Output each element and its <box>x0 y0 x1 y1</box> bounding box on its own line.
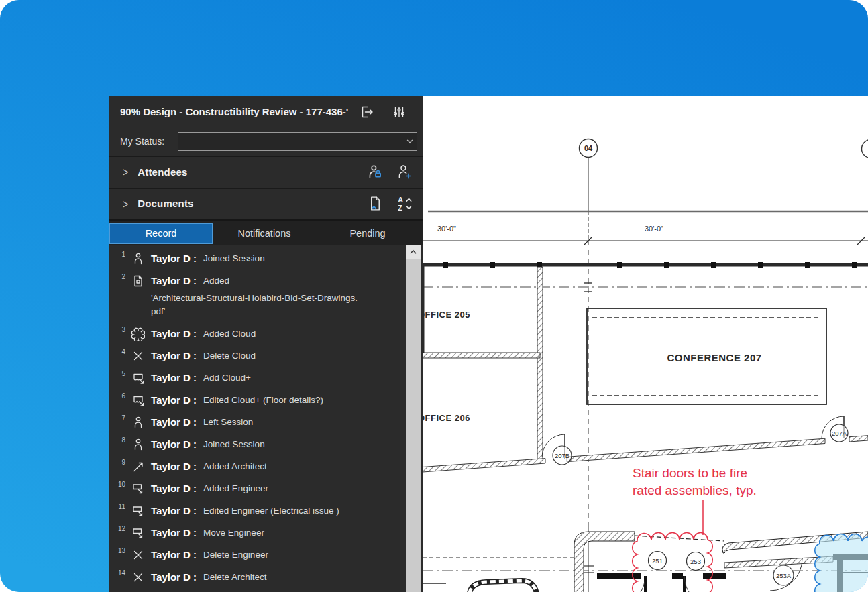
sort-documents-button[interactable]: A Z <box>396 195 413 213</box>
callout-icon <box>131 504 146 518</box>
tab-pending[interactable]: Pending <box>316 223 419 244</box>
leave-session-icon <box>359 104 375 120</box>
person-icon <box>131 437 146 452</box>
my-status-row: My Status: <box>109 127 423 156</box>
wall <box>574 532 635 592</box>
wall <box>849 436 868 442</box>
record-row[interactable]: 14 Taylor D : Delete Architect <box>109 566 423 588</box>
svg-text:Z: Z <box>398 204 402 212</box>
record-action: Left Session <box>203 417 253 427</box>
session-header: 90% Design - Constructibility Review - 1… <box>109 96 423 127</box>
record-user: Taylor D : <box>151 571 197 583</box>
record-user: Taylor D : <box>151 505 197 516</box>
arrow-icon <box>131 459 146 474</box>
my-status-dropdown[interactable] <box>178 132 417 151</box>
expand-chevron-icon[interactable]: > <box>123 165 128 179</box>
revision-cloud-blue[interactable] <box>815 534 868 592</box>
record-row[interactable]: 11 Taylor D : Edited Engineer (Electrica… <box>109 499 423 522</box>
record-number: 12 <box>113 522 125 532</box>
record-row[interactable]: 13 Taylor D : Delete Engineer <box>109 544 423 566</box>
documents-section-header[interactable]: > Documents A Z <box>109 188 423 218</box>
wall <box>423 263 868 267</box>
record-row[interactable]: 8 Taylor D : Joined Session <box>109 433 423 455</box>
document-upload-icon <box>367 195 384 212</box>
wall <box>423 353 540 358</box>
person-icon <box>131 415 146 430</box>
studio-session-panel: 90% Design - Constructibility Review - 1… <box>109 96 423 592</box>
record-number: 6 <box>113 389 125 400</box>
cloud-icon <box>131 327 146 341</box>
record-user: Taylor D : <box>151 461 197 472</box>
record-number: 4 <box>113 345 125 355</box>
documents-section-label: Documents <box>138 198 193 209</box>
record-row[interactable]: 12 Taylor D : Move Engineer <box>109 522 423 544</box>
record-number: 7 <box>113 411 125 422</box>
callout-icon <box>131 526 146 540</box>
invite-attendee-button[interactable] <box>396 163 413 180</box>
add-document-button[interactable] <box>366 195 384 213</box>
attendee-permissions-button[interactable] <box>366 163 384 180</box>
dimension-label-left: 30'-0" <box>437 225 456 233</box>
record-user: Taylor D : <box>151 275 197 286</box>
session-tab-bar: Record Notifications Pending <box>109 219 423 245</box>
record-action: Delete Engineer <box>203 550 268 560</box>
record-user: Taylor D : <box>151 416 197 428</box>
sort-az-icon: A Z <box>396 195 413 213</box>
record-list-scrollbar[interactable] <box>406 245 421 592</box>
leave-session-button[interactable] <box>358 103 376 121</box>
floor-plan-drawing[interactable]: 04 30'-0" 30'-0" <box>423 96 868 592</box>
wall <box>597 573 641 579</box>
record-action: Added Architect <box>203 461 267 471</box>
svg-text:253: 253 <box>690 558 701 565</box>
record-row[interactable]: 2 Taylor D : Added 'Architectural-Struct… <box>109 270 423 318</box>
record-user: Taylor D : <box>151 549 197 560</box>
svg-text:A: A <box>398 196 403 204</box>
sliders-icon <box>392 105 406 119</box>
svg-text:253A: 253A <box>776 572 792 579</box>
record-user: Taylor D : <box>151 350 197 361</box>
svg-text:207B: 207B <box>555 452 569 459</box>
expand-chevron-icon[interactable]: > <box>123 196 128 211</box>
record-number: 10 <box>113 477 125 488</box>
record-row[interactable]: 3 Taylor D : Added Cloud <box>109 322 423 345</box>
record-number: 13 <box>113 544 125 554</box>
tab-record[interactable]: Record <box>109 223 213 244</box>
record-row[interactable]: 9 Taylor D : Added Architect <box>109 455 423 477</box>
record-row[interactable]: 10 Taylor D : Added Engineer <box>109 477 423 499</box>
record-user: Taylor D : <box>151 328 197 339</box>
room-label-office-205: OFFICE 205 <box>423 310 470 320</box>
record-row[interactable]: 4 Taylor D : Delete Cloud <box>109 345 423 367</box>
record-action: Added <box>203 276 229 286</box>
record-user: Taylor D : <box>151 527 197 538</box>
record-number: 3 <box>113 322 125 333</box>
record-row[interactable]: 15 Taylor D : Added 'Chicago Office Yard… <box>109 588 423 592</box>
record-row[interactable]: 6 Taylor D : Edited Cloud+ (Floor detail… <box>109 389 423 411</box>
record-row[interactable]: 7 Taylor D : Left Session <box>109 411 423 433</box>
record-number: 9 <box>113 455 125 466</box>
tab-notifications[interactable]: Notifications <box>213 223 316 244</box>
delete-x-icon <box>131 349 146 363</box>
my-status-input[interactable] <box>178 133 402 150</box>
dimension-label-right: 30'-0" <box>645 225 663 233</box>
wall <box>567 438 825 462</box>
record-user: Taylor D : <box>151 483 197 494</box>
record-action: Joined Session <box>203 253 265 263</box>
record-number: 1 <box>113 247 125 258</box>
wall <box>423 459 545 472</box>
record-action: Add Cloud+ <box>203 373 251 383</box>
person-plus-icon <box>396 163 413 180</box>
record-action-wrapped: pdf' <box>151 305 387 318</box>
floor-plan-viewport[interactable]: 04 30'-0" 30'-0" <box>423 96 868 592</box>
markup-note-line1[interactable]: Stair doors to be fire <box>633 466 747 480</box>
attendees-section-header[interactable]: > Attendees <box>109 156 423 186</box>
record-action: Added Engineer <box>203 483 268 493</box>
record-action-wrapped: 'Architectural-Structural-Holabird-Bid-S… <box>151 292 387 305</box>
markup-note-line2[interactable]: rated assemblies, typ. <box>633 483 757 497</box>
session-settings-button[interactable] <box>390 103 408 121</box>
record-row[interactable]: 5 Taylor D : Add Cloud+ <box>109 367 423 389</box>
scroll-up-button[interactable] <box>406 245 421 259</box>
my-status-dropdown-button[interactable] <box>402 133 417 150</box>
record-row[interactable]: 1 Taylor D : Joined Session <box>109 247 423 270</box>
document-add-icon <box>131 274 146 288</box>
grid-bubble-label: 04 <box>584 144 593 152</box>
